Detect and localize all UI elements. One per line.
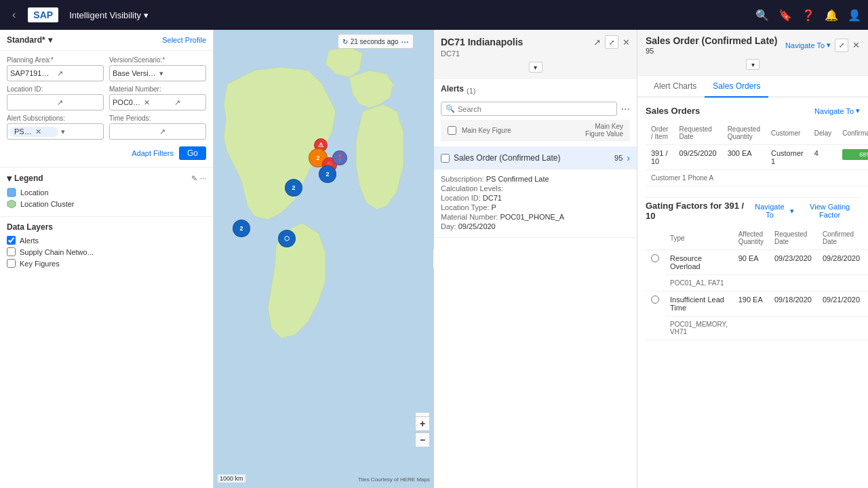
alert-subscriptions-input[interactable]: PS Confirmed ... ✕ ▾ (7, 123, 104, 140)
layer-key-figures[interactable]: Key Figures (7, 259, 206, 268)
alert-subscriptions-group: Alert Subscriptions: PS Confirmed ... ✕ … (7, 115, 104, 140)
go-button[interactable]: Go (179, 146, 206, 160)
so-table-row-main[interactable]: 391 / 10 09/25/2020 300 EA Customer 1 4 … (646, 145, 868, 170)
alerts-search-box[interactable]: 🔍 (441, 102, 617, 116)
notifications-icon[interactable]: 🔔 (825, 9, 838, 22)
gating-row-2-main[interactable]: Insufficient Lead Time 190 EA 09/18/2020… (646, 291, 868, 317)
location-legend-icon (7, 188, 16, 197)
so-navigate-to-button[interactable]: Navigate To ▾ (785, 41, 831, 49)
legend-item-location[interactable]: Location (7, 188, 206, 197)
zoom-in-button[interactable]: + (415, 416, 430, 431)
supply-chain-checkbox[interactable] (7, 247, 16, 256)
help-icon[interactable]: ❓ (802, 9, 815, 22)
so-expand-collapse-button[interactable]: ▾ (746, 59, 760, 70)
search-icon[interactable]: 🔍 (755, 9, 769, 22)
material-number-input[interactable]: POC01_PHON... ✕ ↗ (109, 94, 206, 110)
zoom-out-button[interactable]: − (415, 432, 430, 447)
layer-alerts[interactable]: Alerts (7, 236, 206, 245)
map-timestamp: ↻ 21 seconds ago ··· (338, 34, 414, 49)
location-id-link-icon[interactable]: ↗ (57, 98, 101, 107)
tab-alert-charts[interactable]: Alert Charts (646, 76, 705, 98)
alerts-select-all-checkbox[interactable] (448, 126, 456, 135)
gating-conf-date-1: 09/28/2020 (817, 250, 865, 275)
map-pin-cluster-1[interactable]: 2 (319, 165, 336, 183)
left-panel-header: Standard* ▾ Select Profile (0, 30, 213, 51)
version-scenario-dropdown-icon[interactable]: ▾ (159, 69, 203, 78)
alert-detail: Subscription: PS Confirmed Late Calculat… (434, 169, 637, 238)
so-table-row-sub: Customer 1 Phone A (646, 170, 868, 186)
col-doc-type: Document Type (865, 226, 868, 250)
legend-edit-icon[interactable]: ✎ (191, 174, 197, 183)
app-title[interactable]: Intelligent Visibility ▾ (69, 10, 149, 20)
dc-expand-collapse-button[interactable]: ▾ (529, 62, 542, 73)
alert-item-1[interactable]: Sales Order (Confirmed Late) 95 › (434, 147, 637, 169)
so-subtitle: 95 (646, 47, 778, 55)
nav-icons: 🔍 🔖 ❓ 🔔 👤 (755, 9, 861, 22)
gating-req-date-2: 09/18/2020 (769, 291, 817, 317)
gating-row-1-main[interactable]: Resource Overload 90 EA 09/23/2020 09/28… (646, 250, 868, 275)
tab-sales-orders[interactable]: Sales Orders (705, 76, 768, 98)
gating-conf-date-2: 09/21/2020 (817, 291, 865, 317)
map-collapse-button[interactable]: › (433, 249, 434, 269)
planning-area-input[interactable]: SAP7191C (SAP Sam... ↗ (7, 65, 104, 81)
map-area[interactable]: ⚠ 2 🔴 📍 2 2 2 ⬡ ↻ 21 seconds ago ··· (214, 30, 434, 488)
left-panel: Standard* ▾ Select Profile Planning Area… (0, 30, 214, 488)
map-pin-south-1[interactable]: 2 (233, 220, 250, 237)
dc-external-link-button[interactable]: ↗ (593, 37, 601, 47)
location-cluster-legend-icon (7, 199, 16, 209)
alerts-more-button[interactable]: ··· (621, 103, 630, 115)
col-affected-qty: Affected Quantity (733, 226, 769, 250)
select-profile-link[interactable]: Select Profile (162, 36, 206, 44)
map-pin-cluster-2[interactable]: 2 (285, 179, 302, 197)
refresh-icon[interactable]: ↻ (342, 38, 348, 45)
gating-header: Gating Factors for 391 / 10 Navigate To … (646, 201, 860, 221)
material-number-link-icon[interactable]: ↗ (174, 98, 203, 107)
dc-close-button[interactable]: ✕ (623, 37, 630, 47)
view-gating-factor-button[interactable]: View Gating Factor (800, 203, 860, 219)
planning-area-link-icon[interactable]: ↗ (57, 69, 101, 78)
material-number-clear-icon[interactable]: ✕ (144, 98, 172, 107)
time-periods-input[interactable]: ↗ (109, 123, 206, 140)
col-customer: Customer (766, 121, 809, 145)
time-periods-link-icon[interactable]: ↗ (159, 127, 203, 136)
alert-checkbox-1[interactable] (441, 154, 450, 163)
bookmark-icon[interactable]: 🔖 (778, 9, 792, 22)
alerts-panel: DC71 Indianapolis ↗ ⤢ ✕ DC71 ▾ Alerts (1… (434, 30, 637, 488)
legend-more-icon[interactable]: ··· (200, 174, 206, 183)
map-scale: 1000 km (218, 474, 245, 483)
gating-radio-2[interactable] (651, 296, 659, 304)
so-expand-button[interactable]: ⤢ (835, 39, 848, 52)
col-req-date: Requested Date (769, 226, 817, 250)
filters-area: Planning Area:* SAP7191C (SAP Sam... ↗ V… (0, 51, 213, 167)
so-close-button[interactable]: ✕ (852, 40, 860, 50)
user-icon[interactable]: 👤 (848, 9, 861, 22)
layer-supply-chain-network[interactable]: Supply Chain Netwo... (7, 247, 206, 256)
timestamp-more-icon[interactable]: ··· (401, 36, 409, 47)
alert-subscription-dropdown-icon[interactable]: ▾ (61, 127, 101, 136)
data-layers-section: Data Layers Alerts Supply Chain Netwo...… (0, 217, 213, 488)
back-button[interactable]: ‹ (7, 6, 21, 24)
top-navigation: ‹ SAP Intelligent Visibility ▾ 🔍 🔖 ❓ 🔔 👤 (0, 0, 868, 30)
legend-expand-icon[interactable]: ▾ (7, 173, 12, 184)
map-pin-south-2[interactable]: ⬡ (278, 230, 296, 247)
legend-item-location-cluster[interactable]: Location Cluster (7, 199, 206, 209)
dc-expand-button[interactable]: ⤢ (605, 35, 618, 49)
gating-actions: Navigate To ▾ View Gating Factor (751, 203, 860, 219)
version-scenario-input[interactable]: Base Version ▾ (109, 65, 206, 81)
alert-subscription-remove-icon[interactable]: ✕ (35, 127, 54, 136)
adapt-filters-link[interactable]: Adapt Filters (132, 149, 174, 157)
gating-navigate-button[interactable]: Navigate To ▾ (751, 203, 795, 219)
gating-affected-qty-2: 190 EA (733, 291, 769, 317)
map-pin-3[interactable]: 📍 (332, 150, 347, 165)
gating-row-1-sub: POC01_A1, FA71 (646, 275, 868, 291)
legend-title: ▾ Legend (7, 173, 43, 184)
key-figures-checkbox[interactable] (7, 259, 16, 268)
so-section-navigate-button[interactable]: Navigate To ▾ (814, 106, 860, 115)
location-id-input[interactable]: ↗ (7, 94, 104, 110)
gating-radio-1[interactable] (651, 254, 659, 262)
alerts-search-input[interactable] (458, 105, 612, 113)
alerts-checkbox[interactable] (7, 236, 16, 245)
col-conf-date: Confirmed Date (817, 226, 865, 250)
standard-dropdown[interactable]: Standard* ▾ (7, 35, 52, 45)
gating-title: Gating Factors for 391 / 10 (646, 201, 751, 221)
